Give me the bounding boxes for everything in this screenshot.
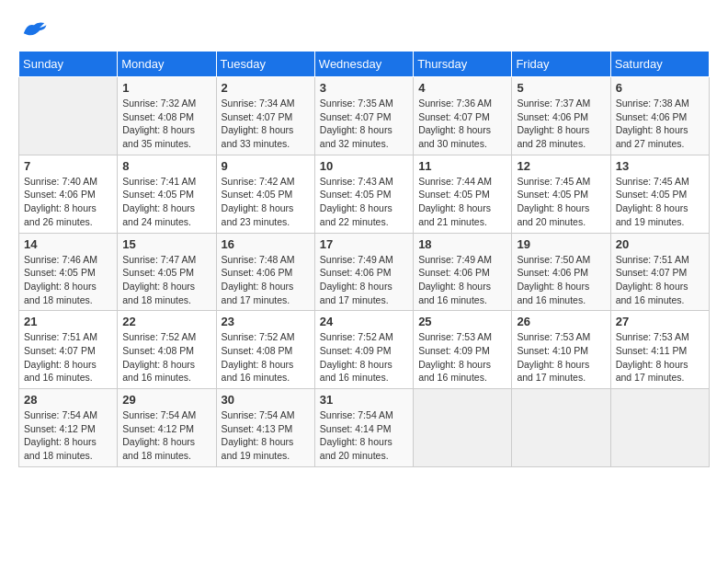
- day-number: 28: [24, 393, 112, 407]
- calendar-cell: 12Sunrise: 7:45 AM Sunset: 4:05 PM Dayli…: [512, 155, 610, 233]
- day-number: 20: [616, 237, 704, 251]
- day-info: Sunrise: 7:54 AM Sunset: 4:13 PM Dayligh…: [222, 408, 310, 463]
- calendar-week-row: 1Sunrise: 7:32 AM Sunset: 4:08 PM Daylig…: [19, 77, 710, 155]
- day-number: 14: [24, 237, 112, 251]
- calendar-cell: 22Sunrise: 7:52 AM Sunset: 4:08 PM Dayli…: [118, 311, 216, 389]
- weekday-header-friday: Friday: [512, 52, 610, 77]
- calendar-body: 1Sunrise: 7:32 AM Sunset: 4:08 PM Daylig…: [19, 77, 710, 467]
- day-info: Sunrise: 7:51 AM Sunset: 4:07 PM Dayligh…: [616, 253, 704, 307]
- day-number: 17: [320, 237, 408, 251]
- calendar-cell: 11Sunrise: 7:44 AM Sunset: 4:05 PM Dayli…: [414, 155, 512, 233]
- day-info: Sunrise: 7:53 AM Sunset: 4:09 PM Dayligh…: [418, 330, 506, 385]
- calendar-cell: [19, 77, 118, 155]
- day-info: Sunrise: 7:34 AM Sunset: 4:07 PM Dayligh…: [222, 97, 310, 151]
- day-info: Sunrise: 7:51 AM Sunset: 4:07 PM Dayligh…: [24, 330, 112, 385]
- calendar-cell: 9Sunrise: 7:42 AM Sunset: 4:05 PM Daylig…: [216, 155, 314, 233]
- day-info: Sunrise: 7:53 AM Sunset: 4:11 PM Dayligh…: [616, 330, 704, 385]
- day-number: 7: [24, 159, 112, 173]
- calendar-week-row: 14Sunrise: 7:46 AM Sunset: 4:05 PM Dayli…: [19, 233, 710, 311]
- day-number: 15: [122, 237, 210, 251]
- day-info: Sunrise: 7:38 AM Sunset: 4:06 PM Dayligh…: [616, 97, 704, 151]
- day-info: Sunrise: 7:40 AM Sunset: 4:06 PM Dayligh…: [24, 175, 112, 229]
- day-info: Sunrise: 7:52 AM Sunset: 4:08 PM Dayligh…: [222, 330, 310, 385]
- day-number: 13: [616, 159, 704, 173]
- calendar-cell: 26Sunrise: 7:53 AM Sunset: 4:10 PM Dayli…: [512, 311, 610, 389]
- weekday-header-sunday: Sunday: [19, 52, 118, 77]
- day-number: 4: [418, 81, 506, 95]
- day-number: 10: [320, 159, 408, 173]
- calendar-week-row: 21Sunrise: 7:51 AM Sunset: 4:07 PM Dayli…: [19, 311, 710, 389]
- logo-bird-icon: [20, 18, 48, 41]
- day-info: Sunrise: 7:37 AM Sunset: 4:06 PM Dayligh…: [517, 97, 605, 151]
- day-number: 12: [517, 159, 605, 173]
- calendar-header: SundayMondayTuesdayWednesdayThursdayFrid…: [19, 52, 710, 77]
- day-number: 1: [122, 81, 210, 95]
- weekday-header-saturday: Saturday: [610, 52, 709, 77]
- day-info: Sunrise: 7:48 AM Sunset: 4:06 PM Dayligh…: [222, 253, 310, 307]
- day-info: Sunrise: 7:35 AM Sunset: 4:07 PM Dayligh…: [320, 97, 408, 151]
- calendar-cell: 1Sunrise: 7:32 AM Sunset: 4:08 PM Daylig…: [118, 77, 216, 155]
- day-number: 16: [222, 237, 310, 251]
- calendar-cell: 6Sunrise: 7:38 AM Sunset: 4:06 PM Daylig…: [610, 77, 709, 155]
- day-info: Sunrise: 7:45 AM Sunset: 4:05 PM Dayligh…: [517, 175, 605, 229]
- calendar-week-row: 28Sunrise: 7:54 AM Sunset: 4:12 PM Dayli…: [19, 389, 710, 467]
- weekday-header-thursday: Thursday: [414, 52, 512, 77]
- day-info: Sunrise: 7:52 AM Sunset: 4:08 PM Dayligh…: [122, 330, 210, 385]
- day-number: 2: [222, 81, 310, 95]
- calendar-cell: 31Sunrise: 7:54 AM Sunset: 4:14 PM Dayli…: [314, 389, 413, 467]
- day-number: 26: [517, 315, 605, 328]
- calendar-cell: 10Sunrise: 7:43 AM Sunset: 4:05 PM Dayli…: [314, 155, 413, 233]
- day-number: 24: [320, 315, 408, 328]
- day-info: Sunrise: 7:52 AM Sunset: 4:09 PM Dayligh…: [320, 330, 408, 385]
- day-number: 21: [24, 315, 112, 328]
- calendar-cell: 15Sunrise: 7:47 AM Sunset: 4:05 PM Dayli…: [118, 233, 216, 311]
- weekday-header-wednesday: Wednesday: [314, 52, 413, 77]
- calendar-cell: [414, 389, 512, 467]
- calendar-cell: 18Sunrise: 7:49 AM Sunset: 4:06 PM Dayli…: [414, 233, 512, 311]
- calendar-cell: 21Sunrise: 7:51 AM Sunset: 4:07 PM Dayli…: [19, 311, 118, 389]
- day-number: 9: [222, 159, 310, 173]
- day-number: 22: [122, 315, 210, 328]
- calendar-cell: [610, 389, 709, 467]
- calendar-cell: 30Sunrise: 7:54 AM Sunset: 4:13 PM Dayli…: [216, 389, 314, 467]
- calendar-cell: 13Sunrise: 7:45 AM Sunset: 4:05 PM Dayli…: [610, 155, 709, 233]
- calendar-cell: 16Sunrise: 7:48 AM Sunset: 4:06 PM Dayli…: [216, 233, 314, 311]
- calendar-cell: 3Sunrise: 7:35 AM Sunset: 4:07 PM Daylig…: [314, 77, 413, 155]
- day-info: Sunrise: 7:42 AM Sunset: 4:05 PM Dayligh…: [222, 175, 310, 229]
- calendar-cell: 8Sunrise: 7:41 AM Sunset: 4:05 PM Daylig…: [118, 155, 216, 233]
- calendar-cell: 19Sunrise: 7:50 AM Sunset: 4:06 PM Dayli…: [512, 233, 610, 311]
- calendar-cell: 27Sunrise: 7:53 AM Sunset: 4:11 PM Dayli…: [610, 311, 709, 389]
- day-number: 30: [222, 393, 310, 407]
- day-info: Sunrise: 7:43 AM Sunset: 4:05 PM Dayligh…: [320, 175, 408, 229]
- day-number: 18: [418, 237, 506, 251]
- day-info: Sunrise: 7:49 AM Sunset: 4:06 PM Dayligh…: [320, 253, 408, 307]
- calendar-cell: 2Sunrise: 7:34 AM Sunset: 4:07 PM Daylig…: [216, 77, 314, 155]
- day-number: 23: [222, 315, 310, 328]
- day-info: Sunrise: 7:44 AM Sunset: 4:05 PM Dayligh…: [418, 175, 506, 229]
- day-info: Sunrise: 7:41 AM Sunset: 4:05 PM Dayligh…: [122, 175, 210, 229]
- calendar-cell: 28Sunrise: 7:54 AM Sunset: 4:12 PM Dayli…: [19, 389, 118, 467]
- calendar-cell: 23Sunrise: 7:52 AM Sunset: 4:08 PM Dayli…: [216, 311, 314, 389]
- day-number: 8: [122, 159, 210, 173]
- day-info: Sunrise: 7:46 AM Sunset: 4:05 PM Dayligh…: [24, 253, 112, 307]
- day-number: 29: [122, 393, 210, 407]
- day-info: Sunrise: 7:47 AM Sunset: 4:05 PM Dayligh…: [122, 253, 210, 307]
- calendar-cell: 24Sunrise: 7:52 AM Sunset: 4:09 PM Dayli…: [314, 311, 413, 389]
- day-number: 11: [418, 159, 506, 173]
- day-number: 25: [418, 315, 506, 328]
- calendar-cell: 17Sunrise: 7:49 AM Sunset: 4:06 PM Dayli…: [314, 233, 413, 311]
- calendar-cell: 14Sunrise: 7:46 AM Sunset: 4:05 PM Dayli…: [19, 233, 118, 311]
- day-number: 5: [517, 81, 605, 95]
- calendar-cell: 7Sunrise: 7:40 AM Sunset: 4:06 PM Daylig…: [19, 155, 118, 233]
- day-info: Sunrise: 7:53 AM Sunset: 4:10 PM Dayligh…: [517, 330, 605, 385]
- day-number: 31: [320, 393, 408, 407]
- day-number: 3: [320, 81, 408, 95]
- day-info: Sunrise: 7:36 AM Sunset: 4:07 PM Dayligh…: [418, 97, 506, 151]
- calendar-cell: 29Sunrise: 7:54 AM Sunset: 4:12 PM Dayli…: [118, 389, 216, 467]
- day-info: Sunrise: 7:54 AM Sunset: 4:12 PM Dayligh…: [24, 408, 112, 463]
- day-info: Sunrise: 7:45 AM Sunset: 4:05 PM Dayligh…: [616, 175, 704, 229]
- calendar-cell: 25Sunrise: 7:53 AM Sunset: 4:09 PM Dayli…: [414, 311, 512, 389]
- day-info: Sunrise: 7:50 AM Sunset: 4:06 PM Dayligh…: [517, 253, 605, 307]
- day-info: Sunrise: 7:54 AM Sunset: 4:14 PM Dayligh…: [320, 408, 408, 463]
- weekday-header-monday: Monday: [118, 52, 216, 77]
